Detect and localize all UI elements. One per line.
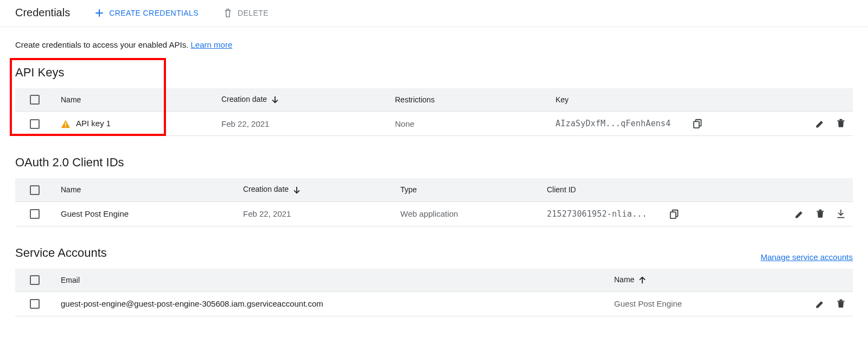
oauth-name-cell[interactable]: Guest Post Engine xyxy=(54,202,237,226)
col-name[interactable]: Name xyxy=(608,269,770,292)
copy-icon[interactable] xyxy=(669,209,680,219)
intro-text: Create credentials to access your enable… xyxy=(15,40,853,49)
top-toolbar: Credentials CREATE CREDENTIALS DELETE xyxy=(0,0,868,27)
creation-cell: Feb 22, 2021 xyxy=(237,202,394,226)
trash-icon[interactable] xyxy=(835,298,846,309)
creation-cell: Feb 22, 2021 xyxy=(215,112,388,136)
row-checkbox[interactable] xyxy=(30,119,40,129)
select-all-header xyxy=(15,88,54,112)
type-cell: Web application xyxy=(394,202,540,226)
table-header-row: Name Creation date Restrictions Key xyxy=(15,88,853,112)
trash-icon[interactable] xyxy=(815,209,826,219)
edit-icon[interactable] xyxy=(815,298,826,309)
restrictions-cell: None xyxy=(388,112,549,136)
delete-button[interactable]: DELETE xyxy=(222,8,269,18)
create-credentials-button[interactable]: CREATE CREDENTIALS xyxy=(94,8,199,18)
content-area: Create credentials to access your enable… xyxy=(0,27,868,344)
col-client-id[interactable]: Client ID xyxy=(540,178,703,202)
col-creation[interactable]: Creation date xyxy=(215,88,388,112)
col-restrictions[interactable]: Restrictions xyxy=(388,88,549,112)
trash-icon[interactable] xyxy=(835,118,846,129)
col-name[interactable]: Name xyxy=(54,178,237,202)
download-icon[interactable] xyxy=(835,209,846,219)
page-title: Credentials xyxy=(15,7,70,19)
table-row: guest-post-engine@guest-post-engine-3056… xyxy=(15,291,853,316)
warning-icon xyxy=(61,119,71,129)
manage-service-accounts-link[interactable]: Manage service accounts xyxy=(761,252,853,262)
service-account-name-cell: Guest Post Engine xyxy=(608,291,770,316)
table-row: API key 1 Feb 22, 2021 None AIzaSyDxfM..… xyxy=(15,112,853,136)
plus-icon xyxy=(94,8,105,18)
client-id-cell: 215273061952-nlia... xyxy=(540,202,703,226)
col-key[interactable]: Key xyxy=(549,88,723,112)
col-name[interactable]: Name xyxy=(54,88,215,112)
arrow-down-icon xyxy=(270,95,280,105)
row-checkbox[interactable] xyxy=(30,209,40,219)
table-header-row: Name Creation date Type Client ID xyxy=(15,178,853,202)
service-accounts-section: Service Accounts Manage service accounts… xyxy=(15,246,853,316)
oauth-table: Name Creation date Type Client ID Guest … xyxy=(15,178,853,226)
select-all-checkbox[interactable] xyxy=(30,95,40,105)
learn-more-link[interactable]: Learn more xyxy=(191,40,233,49)
arrow-up-icon xyxy=(637,275,647,285)
table-row: Guest Post Engine Feb 22, 2021 Web appli… xyxy=(15,202,853,226)
api-key-name-cell[interactable]: API key 1 xyxy=(54,112,215,136)
edit-icon[interactable] xyxy=(815,118,826,129)
select-all-checkbox[interactable] xyxy=(30,185,40,195)
arrow-down-icon xyxy=(292,185,302,195)
row-checkbox[interactable] xyxy=(30,299,40,309)
table-header-row: Email Name xyxy=(15,269,853,292)
edit-icon[interactable] xyxy=(794,209,805,219)
top-actions: CREATE CREDENTIALS DELETE xyxy=(94,8,269,18)
col-creation[interactable]: Creation date xyxy=(237,178,394,202)
trash-icon xyxy=(222,8,233,18)
service-account-email-cell[interactable]: guest-post-engine@guest-post-engine-3056… xyxy=(54,291,608,316)
api-keys-table: Name Creation date Restrictions Key API … xyxy=(15,88,853,136)
api-keys-heading: API Keys xyxy=(15,66,853,80)
create-credentials-label: CREATE CREDENTIALS xyxy=(109,9,199,17)
service-accounts-table: Email Name guest-post-engine@guest-post-… xyxy=(15,269,853,316)
select-all-checkbox[interactable] xyxy=(30,275,40,285)
api-keys-section: API Keys Name Creation date Restrictions… xyxy=(15,66,853,136)
col-type[interactable]: Type xyxy=(394,178,540,202)
delete-label: DELETE xyxy=(238,9,269,17)
key-cell: AIzaSyDxfM...qFenhAens4 xyxy=(549,112,723,136)
col-email[interactable]: Email xyxy=(54,269,608,292)
oauth-heading: OAuth 2.0 Client IDs xyxy=(15,155,853,170)
oauth-section: OAuth 2.0 Client IDs Name Creation date … xyxy=(15,155,853,226)
service-accounts-heading: Service Accounts xyxy=(15,246,107,260)
copy-icon[interactable] xyxy=(692,118,703,129)
